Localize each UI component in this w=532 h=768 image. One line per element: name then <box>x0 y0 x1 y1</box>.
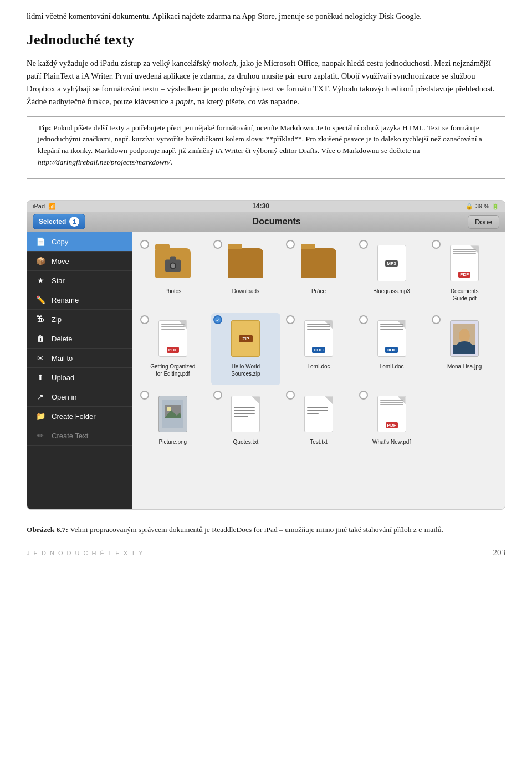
file-checkbox-lomi1[interactable] <box>286 315 295 324</box>
folder-icon-downloads <box>228 248 263 278</box>
move-icon: 📦 <box>35 257 46 265</box>
monalisa-icon-wrapper <box>445 316 484 361</box>
file-name-test: Test.txt <box>310 438 328 446</box>
png-icon-picture <box>158 396 187 432</box>
mp3-icon: MP3 <box>377 245 406 281</box>
gettingorg-icon-wrapper: PDF <box>154 316 192 361</box>
file-item-quotes[interactable]: Quotes.txt <box>211 388 281 460</box>
docguide-icon-wrapper: PDF <box>445 241 484 285</box>
file-name-picture: Picture.png <box>159 438 187 446</box>
folder-icon-photos <box>155 248 191 278</box>
file-item-helloworld[interactable]: ✓ ZIP Hello World Sources.zip <box>211 313 281 385</box>
file-item-bluegrass[interactable]: MP3 Bluegrass.mp3 <box>357 238 427 310</box>
file-checkbox-helloworld[interactable]: ✓ <box>213 315 222 324</box>
ipad-label: iPad <box>33 203 45 209</box>
file-checkbox-quotes[interactable] <box>213 391 222 400</box>
star-icon: ★ <box>35 276 46 285</box>
pdf-icon-whatsnew: PDF <box>377 396 406 432</box>
file-item-whatsnew[interactable]: PDF What's New.pdf <box>357 388 427 460</box>
sidebar-item-createtext[interactable]: ✏ Create Text <box>27 426 132 446</box>
file-item-downloads[interactable]: Downloads <box>211 238 281 310</box>
folder-icon-prace <box>301 248 336 278</box>
test-icon-wrapper <box>299 392 338 436</box>
tip-label: Tip: <box>38 124 52 132</box>
picture-svg <box>162 400 183 428</box>
svg-point-3 <box>457 341 472 348</box>
file-name-monalisa: Mona Lisa.jpg <box>447 363 482 370</box>
ipad-screenshot: iPad 📶 14:30 🔒 39 % 🔋 Selected 1 Documen… <box>27 200 505 510</box>
doc-icon-lomi1: DOC <box>304 320 333 357</box>
openin-icon: ↗ <box>35 392 46 401</box>
main-paragraph: Ne každý vyžaduje od iPadu zástup za vel… <box>27 57 505 109</box>
toolbar-title: Documents <box>253 217 301 227</box>
file-checkbox-prace[interactable] <box>286 240 295 249</box>
caption-bold: Obrázek 6.7: <box>27 525 68 534</box>
zip-icon-helloworld: ZIP <box>231 320 260 357</box>
zip-icon: 🗜 <box>35 315 46 324</box>
mail-icon: ✉ <box>35 354 46 362</box>
file-checkbox-test[interactable] <box>286 391 295 400</box>
file-name-lomii1: LomII.doc <box>380 363 404 370</box>
file-name-downloads: Downloads <box>232 288 259 295</box>
svg-point-6 <box>167 407 171 411</box>
file-item-lomi1[interactable]: DOC LomI.doc <box>284 313 354 385</box>
txt-icon-test <box>304 396 333 432</box>
section-heading: Jednoduché texty <box>27 28 505 52</box>
tip-text: Tip: Pokud píšete delší texty a potřebuj… <box>38 122 494 169</box>
sidebar-label-openin: Open in <box>52 393 77 401</box>
file-checkbox-lomii1[interactable] <box>359 315 368 324</box>
selected-label: Selected <box>39 218 66 226</box>
file-name-photos: Photos <box>164 288 181 295</box>
page-footer: J E D N O D U C H É T E X T Y 203 <box>0 542 532 563</box>
file-item-photos[interactable]: Photos <box>138 238 208 310</box>
sidebar-label-mailto: Mail to <box>52 354 73 362</box>
article-content: lidmi včetně komentování dokumentů. Apli… <box>0 0 532 194</box>
file-grid: Photos Downloads Práce <box>132 232 505 509</box>
file-item-picture[interactable]: Picture.png <box>138 388 208 460</box>
file-checkbox-photos[interactable] <box>140 240 149 249</box>
sidebar-label-copy: Copy <box>52 238 68 246</box>
file-item-gettingorg[interactable]: PDF Getting Organized for Editing.pdf <box>138 313 208 385</box>
file-checkbox-picture[interactable] <box>140 391 149 400</box>
statusbar-time: 14:30 <box>252 202 269 210</box>
tip-box: Tip: Pokud píšete delší texty a potřebuj… <box>27 116 505 180</box>
sidebar-item-delete[interactable]: 🗑 Delete <box>27 329 132 349</box>
battery-icon: 🔋 <box>492 203 499 210</box>
file-checkbox-bluegrass[interactable] <box>359 240 368 249</box>
sidebar-item-star[interactable]: ★ Star <box>27 271 132 290</box>
footer-section-label: J E D N O D U C H É T E X T Y <box>27 550 144 556</box>
sidebar-item-upload[interactable]: ⬆ Upload <box>27 368 132 387</box>
file-checkbox-whatsnew[interactable] <box>359 391 368 400</box>
file-name-docguide: Documents Guide.pdf <box>439 288 489 302</box>
file-item-prace[interactable]: Práce <box>284 238 354 310</box>
createtext-icon: ✏ <box>35 431 46 440</box>
file-name-quotes: Quotes.txt <box>233 438 259 446</box>
done-button[interactable]: Done <box>468 215 499 229</box>
file-checkbox-monalisa[interactable] <box>432 315 441 324</box>
sidebar-item-openin[interactable]: ↗ Open in <box>27 387 132 407</box>
sidebar-item-rename[interactable]: ✏️ Rename <box>27 290 132 310</box>
prace-icon-wrapper <box>299 241 338 285</box>
file-item-monalisa[interactable]: Mona Lisa.jpg <box>429 313 499 385</box>
file-item-test[interactable]: Test.txt <box>284 388 354 460</box>
intro-paragraph: lidmi včetně komentování dokumentů. Apli… <box>27 10 505 23</box>
whatsnew-icon-wrapper: PDF <box>372 392 411 436</box>
file-checkbox-docguide[interactable] <box>432 240 441 249</box>
file-checkbox-gettingorg[interactable] <box>140 315 149 324</box>
selected-button[interactable]: Selected 1 <box>33 214 85 229</box>
sidebar-item-zip[interactable]: 🗜 Zip <box>27 310 132 329</box>
file-item-docguide[interactable]: PDF Documents Guide.pdf <box>429 238 499 310</box>
delete-icon: 🗑 <box>35 334 46 343</box>
ipad-sidebar: 📄 Copy 📦 Move ★ Star ✏️ Rename 🗜 Zip 🗑 <box>27 232 132 509</box>
sidebar-item-createfolder[interactable]: 📁 Create Folder <box>27 407 132 426</box>
figure-caption: Obrázek 6.7: Velmi propracovaným správce… <box>0 518 532 537</box>
sidebar-label-upload: Upload <box>52 373 74 382</box>
file-item-lomii1[interactable]: DOC LomII.doc <box>357 313 427 385</box>
sidebar-item-copy[interactable]: 📄 Copy <box>27 232 132 252</box>
file-name-bluegrass: Bluegrass.mp3 <box>373 288 410 295</box>
ipad-statusbar: iPad 📶 14:30 🔒 39 % 🔋 <box>27 201 505 212</box>
file-checkbox-downloads[interactable] <box>213 240 222 249</box>
sidebar-item-move[interactable]: 📦 Move <box>27 252 132 271</box>
sidebar-item-mailto[interactable]: ✉ Mail to <box>27 349 132 368</box>
txt-icon-quotes <box>231 396 260 432</box>
